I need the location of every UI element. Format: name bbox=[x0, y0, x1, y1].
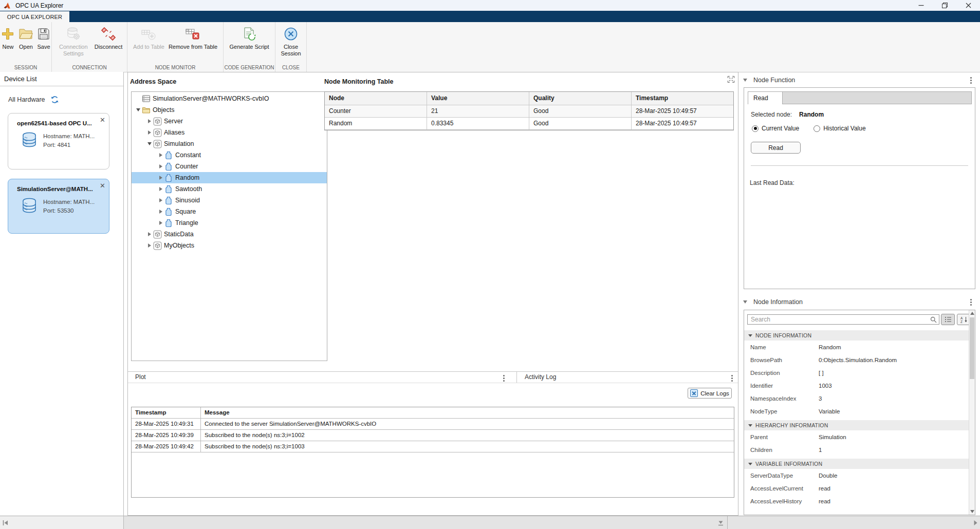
selected-node-label: Selected node: bbox=[751, 111, 792, 118]
table-row[interactable]: Counter 21 Good 28-Mar-2025 10:49:57 bbox=[325, 105, 733, 118]
collapse-left-icon[interactable] bbox=[2, 520, 9, 526]
expander-icon[interactable] bbox=[157, 221, 164, 225]
tree-item[interactable]: Server bbox=[132, 116, 327, 127]
open-folder-icon bbox=[19, 26, 33, 42]
tree-item[interactable]: StaticData bbox=[132, 229, 327, 240]
node-information-header: Node Information bbox=[741, 297, 976, 307]
connection-settings-button[interactable]: Connection Settings bbox=[57, 26, 90, 56]
tree-item[interactable]: Square bbox=[132, 206, 327, 217]
log-row[interactable]: 28-Mar-2025 10:49:31 Connected to the se… bbox=[132, 419, 734, 430]
clear-logs-button[interactable]: Clear Logs bbox=[688, 388, 732, 399]
remove-from-table-button[interactable]: Remove from Table bbox=[169, 26, 217, 50]
current-value-radio[interactable] bbox=[752, 125, 759, 132]
expander-icon[interactable] bbox=[146, 130, 153, 135]
scroll-up-icon[interactable] bbox=[970, 312, 974, 315]
node-information-menu-icon[interactable] bbox=[969, 298, 973, 307]
device-hostname: Hostname: MATH... bbox=[43, 198, 95, 206]
scroll-thumb[interactable] bbox=[970, 317, 974, 379]
tab-activity-log[interactable]: Activity Log bbox=[525, 373, 556, 381]
close-button[interactable] bbox=[956, 0, 980, 11]
tree-item[interactable]: Random bbox=[132, 172, 327, 183]
expander-icon[interactable] bbox=[157, 198, 164, 202]
tree-item[interactable]: MyObjects bbox=[132, 240, 327, 251]
expander-icon[interactable] bbox=[157, 153, 164, 157]
property-row: AccessLevelCurrent read bbox=[744, 482, 969, 495]
minimize-button[interactable] bbox=[909, 0, 933, 11]
property-row: AccessLevelHistory read bbox=[744, 495, 969, 507]
tree-item[interactable]: SimulationServer@MATHWORKS-cvbIO bbox=[132, 93, 327, 104]
tree-item[interactable]: Sinusoid bbox=[132, 195, 327, 206]
collapse-icon[interactable] bbox=[743, 300, 747, 304]
add-to-table-button[interactable]: Add to Table bbox=[133, 26, 164, 50]
variable-tag-icon bbox=[164, 151, 173, 160]
object-icon bbox=[153, 117, 162, 126]
node-function-tabbar: Read bbox=[748, 91, 972, 104]
property-label: AccessLevelHistory bbox=[750, 498, 819, 504]
tree-item[interactable]: Simulation bbox=[132, 138, 327, 149]
tab-opc-ua-explorer[interactable]: OPC UA EXPLORER bbox=[0, 11, 69, 22]
monitoring-table-header: Node Value Quality Timestamp bbox=[325, 92, 733, 105]
table-row[interactable]: Random 0.83345 Good 28-Mar-2025 10:49:57 bbox=[325, 118, 733, 130]
expander-icon[interactable] bbox=[157, 164, 164, 168]
expander-icon[interactable] bbox=[157, 176, 164, 180]
plot-menu-icon[interactable] bbox=[502, 374, 506, 383]
section-band[interactable]: NODE INFORMATION bbox=[744, 330, 969, 341]
variable-tag-icon bbox=[164, 174, 173, 182]
node-function-menu-icon[interactable] bbox=[969, 76, 973, 85]
disconnect-button[interactable]: Disconnect bbox=[95, 26, 122, 50]
close-session-button[interactable]: Close Session bbox=[279, 26, 303, 56]
tree-item[interactable]: Counter bbox=[132, 161, 327, 172]
generate-script-button[interactable]: Generate Script bbox=[229, 26, 269, 50]
device-close-icon[interactable]: ✕ bbox=[100, 117, 105, 123]
tree-item[interactable]: Aliases bbox=[132, 127, 327, 138]
section-band[interactable]: HIERARCHY INFORMATION bbox=[744, 420, 969, 430]
group-view-button[interactable] bbox=[941, 314, 955, 325]
scroll-down-icon[interactable] bbox=[970, 510, 974, 513]
expander-icon[interactable] bbox=[157, 187, 164, 191]
expander-icon[interactable] bbox=[146, 119, 153, 123]
expander-icon[interactable] bbox=[157, 210, 164, 214]
section-band[interactable]: VARIABLE INFORMATION bbox=[744, 459, 969, 469]
last-read-data-label: Last Read Data: bbox=[750, 179, 794, 186]
expander-icon[interactable] bbox=[146, 142, 153, 145]
scrollbar[interactable] bbox=[969, 310, 975, 515]
collapse-down-icon[interactable] bbox=[717, 520, 724, 526]
read-button[interactable]: Read bbox=[751, 142, 801, 154]
group-caption-code-generation: CODE GENERATION bbox=[224, 64, 275, 72]
search-input[interactable] bbox=[747, 314, 939, 325]
tree-item[interactable]: Constant bbox=[132, 149, 327, 161]
expand-right-icon[interactable] bbox=[973, 520, 978, 526]
device-hostname: Hostname: MATH... bbox=[43, 132, 95, 141]
restore-button[interactable] bbox=[933, 0, 956, 11]
collapse-icon[interactable] bbox=[743, 79, 747, 82]
log-row[interactable]: 28-Mar-2025 10:49:39 Subscribed to the n… bbox=[132, 430, 734, 441]
tree-item[interactable]: Objects bbox=[132, 104, 327, 116]
property-section: NODE INFORMATION Name Random BrowsePath … bbox=[744, 330, 969, 418]
tree-item-label: Random bbox=[173, 174, 199, 181]
tree-item[interactable]: Triangle bbox=[132, 217, 327, 229]
tab-read[interactable]: Read bbox=[748, 92, 783, 104]
refresh-icon[interactable] bbox=[50, 96, 59, 104]
new-button[interactable]: New bbox=[1, 26, 14, 50]
open-button[interactable]: Open bbox=[19, 26, 33, 50]
save-button[interactable]: Save bbox=[37, 26, 50, 50]
expander-icon[interactable] bbox=[146, 243, 153, 248]
database-icon bbox=[21, 197, 38, 214]
device-close-icon[interactable]: ✕ bbox=[100, 182, 105, 189]
toolstrip-group-node-monitor: Add to Table Remove from Table NODE MONI… bbox=[127, 22, 224, 72]
expander-icon[interactable] bbox=[146, 232, 153, 236]
device-card[interactable]: SimulationServer@MATH... ✕ Hostname: MAT… bbox=[8, 179, 109, 234]
historical-value-radio[interactable] bbox=[813, 125, 820, 132]
device-card[interactable]: open62541-based OPC U... ✕ Hostname: MAT… bbox=[8, 113, 109, 169]
close-session-icon bbox=[284, 26, 298, 42]
tree-item-label: Triangle bbox=[173, 219, 198, 226]
log-row[interactable]: 28-Mar-2025 10:49:42 Subscribed to the n… bbox=[132, 441, 734, 452]
object-icon bbox=[153, 128, 162, 137]
activity-log-menu-icon[interactable] bbox=[730, 374, 734, 383]
expander-icon[interactable] bbox=[135, 108, 141, 111]
tab-plot[interactable]: Plot bbox=[135, 373, 146, 381]
property-row: Children 1 bbox=[744, 443, 969, 456]
svg-text:Z: Z bbox=[960, 319, 963, 323]
tree-item[interactable]: Sawtooth bbox=[132, 183, 327, 195]
maximize-panel-icon[interactable] bbox=[727, 75, 735, 83]
